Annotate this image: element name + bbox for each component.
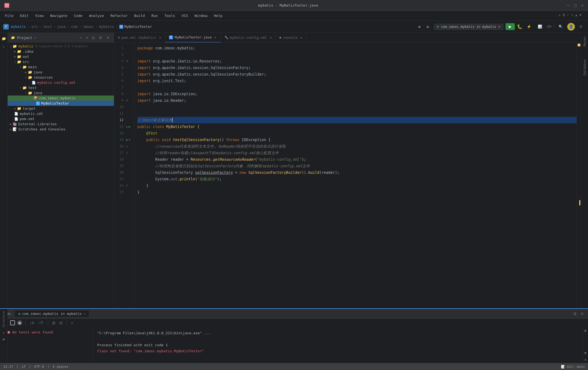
breadcrumb-imooc[interactable]: imooc	[83, 25, 94, 29]
fold-l3[interactable]: ▼	[126, 59, 128, 63]
tree-item-src[interactable]: ▾ 📁 src	[8, 59, 114, 64]
bottom-settings-btn[interactable]: ⚙	[572, 311, 578, 317]
menu-build[interactable]: Build	[131, 13, 147, 19]
tree-item-pom[interactable]: 📄 pom.xml	[8, 116, 114, 121]
tab-mybatistestor[interactable]: C MyBatisTestor.java ✕	[165, 33, 220, 43]
breadcrumb-test[interactable]: test	[43, 25, 52, 29]
run-config-selector[interactable]: ● com.imooc.mybatis in mybatis ▾	[434, 24, 503, 30]
project-collapse-btn[interactable]: ⊟	[91, 35, 96, 40]
scroll-end-btn[interactable]: ≡	[583, 356, 587, 363]
more-btm-btn[interactable]: »	[70, 320, 74, 326]
tree-item-test[interactable]: ▾ 📁 test	[8, 85, 114, 90]
status-indent[interactable]: 4 spaces	[52, 365, 68, 369]
coverage-btn[interactable]: ⚡	[525, 23, 533, 30]
minimize-btn[interactable]: ─	[567, 3, 570, 8]
menu-edit[interactable]: Edit	[17, 13, 31, 19]
tab-mybatis-config-xml[interactable]: 🔧 mybatis-config.xml ✕	[221, 33, 276, 43]
tree-item-external-libs[interactable]: ▶ 📚 External Libraries	[8, 121, 114, 127]
run-l15[interactable]: ▶	[126, 138, 128, 142]
test-pass-btn[interactable]: ✓	[10, 320, 15, 325]
tree-item-package[interactable]: ▾ 📦 com.imooc.mybatis	[8, 96, 114, 101]
project-settings-btn[interactable]: ⚙	[98, 35, 104, 40]
tree-item-root[interactable]: ▾ 📁 mybatis D:\apache-maven-3.8.1\mybati…	[8, 44, 114, 49]
back-btn[interactable]: ◀	[415, 23, 422, 30]
nav-up-icon[interactable]: ▲	[575, 13, 577, 17]
tree-item-main-java[interactable]: ▶ 📁 java	[8, 70, 114, 75]
menu-view[interactable]: View	[32, 13, 46, 19]
menu-code[interactable]: Code	[71, 13, 85, 19]
menu-window[interactable]: Window	[192, 13, 210, 19]
tree-item-class[interactable]: C MyBatisTestor	[8, 101, 114, 106]
fold-l13[interactable]: ▶	[126, 125, 128, 129]
pom-tab-close[interactable]: ✕	[159, 35, 161, 40]
fold-l15[interactable]: ▼	[129, 138, 131, 142]
tree-item-test-java[interactable]: ▾ 📁 java	[8, 90, 114, 96]
menu-refactor[interactable]: Refactor	[108, 13, 131, 19]
run-l13[interactable]: ▶	[129, 125, 131, 129]
project-expand-btn[interactable]: ≡	[85, 35, 89, 40]
tree-item-idea[interactable]: ▶ 📁 .idea	[8, 49, 114, 54]
project-dropdown-icon[interactable]: ▾	[34, 36, 36, 40]
bottom-close-btn[interactable]: ✕	[580, 311, 585, 317]
breadcrumb-com[interactable]: com	[71, 25, 77, 29]
profile-btn[interactable]: 📊	[536, 23, 544, 30]
tab-console[interactable]: ▶ console ✕	[276, 33, 306, 43]
bookmark-icon-left[interactable]: ★	[2, 330, 6, 336]
close-btn[interactable]: ✕	[581, 3, 584, 8]
breadcrumb-java[interactable]: java	[57, 25, 66, 29]
tree-item-iml[interactable]: 📄 mybatis.iml	[8, 111, 114, 116]
maven-tab[interactable]: Maven	[582, 35, 588, 48]
database-tab[interactable]: Database	[582, 58, 588, 77]
tree-item-target[interactable]: ▶ 📁 target	[8, 106, 114, 111]
project-new-file-btn[interactable]: +	[79, 35, 83, 40]
status-utf8[interactable]: UTF-8	[34, 365, 44, 369]
tree-item-out[interactable]: ▶ 📁 out	[8, 54, 114, 59]
test-result-item[interactable]: ▾ No tests were found	[0, 329, 93, 335]
breadcrumb-mybatis2[interactable]: mybatis	[99, 25, 114, 29]
gutter-l15[interactable]: ▶ ▼	[126, 136, 134, 143]
menu-run[interactable]: Run	[149, 13, 160, 19]
menu-analyze[interactable]: Analyze	[86, 13, 107, 19]
scroll-up-btn[interactable]: ▲	[583, 327, 588, 333]
favorites-icon-left[interactable]: ♥	[2, 337, 6, 343]
gutter-l13[interactable]: ▶ ▶	[126, 123, 134, 130]
sort-dur-btn[interactable]: ↕⏱	[37, 320, 45, 326]
java-tab-close[interactable]: ✕	[214, 35, 217, 39]
settings-btn[interactable]: ⚙	[577, 23, 585, 30]
status-lf[interactable]: LF	[22, 365, 25, 369]
menu-tools[interactable]: Tools	[162, 13, 178, 19]
tree-item-resources[interactable]: ▾ 📁 resources	[8, 75, 114, 80]
sidebar-icon-project[interactable]: 📁	[1, 35, 7, 42]
run-button[interactable]: ▶	[506, 23, 515, 30]
menu-navigate[interactable]: Navigate	[48, 13, 70, 19]
sort-alpha-btn[interactable]: ↕A	[29, 320, 35, 326]
user-avatar[interactable]: 👤	[567, 23, 575, 31]
update-btn[interactable]: ↺▾	[546, 24, 552, 29]
console-tab-close[interactable]: ✕	[300, 35, 302, 40]
maximize-btn[interactable]: □	[574, 3, 577, 8]
tree-item-mybatis-config[interactable]: 📄 mybatis-config.xml	[8, 80, 114, 85]
run-tab[interactable]: ● com.imooc.mybatis in mybatis ✕	[15, 311, 89, 317]
search-btn[interactable]: 🔍	[556, 23, 565, 30]
breadcrumb-classname[interactable]: MyBatisTestor	[124, 25, 152, 29]
menu-vcs[interactable]: VCS	[179, 13, 191, 19]
menu-file[interactable]: File	[2, 13, 16, 19]
tab-pom-xml[interactable]: m pom.xml (mybatis) ✕	[114, 33, 165, 43]
run-tab-close[interactable]: ✕	[84, 312, 85, 316]
nav-down-icon[interactable]: ▼	[580, 13, 581, 17]
sidebar-icon-commit[interactable]: ⬆	[2, 43, 6, 51]
menu-help[interactable]: Help	[211, 13, 225, 19]
stop-btn[interactable]: ■	[17, 320, 22, 325]
tree-item-scratches[interactable]: ▶ 📝 Scratches and Consoles	[8, 127, 114, 132]
breadcrumb-mybatis[interactable]: mybatis	[11, 25, 26, 29]
expand-all-btn[interactable]: ⊞	[51, 320, 56, 326]
forward-btn[interactable]: ▶	[425, 23, 432, 30]
fold-l9[interactable]: ▼	[126, 99, 128, 102]
collapse-all-btn[interactable]: ⊟	[58, 320, 63, 326]
config-tab-close[interactable]: ✕	[270, 35, 272, 40]
fold-close-l22[interactable]: ▼	[126, 184, 128, 187]
scroll-down-btn[interactable]: ▼	[583, 350, 588, 356]
structure-label[interactable]: Structure	[1, 310, 7, 329]
project-close-btn[interactable]: ✕	[105, 35, 111, 40]
debug-button[interactable]: 🐛	[517, 24, 522, 29]
